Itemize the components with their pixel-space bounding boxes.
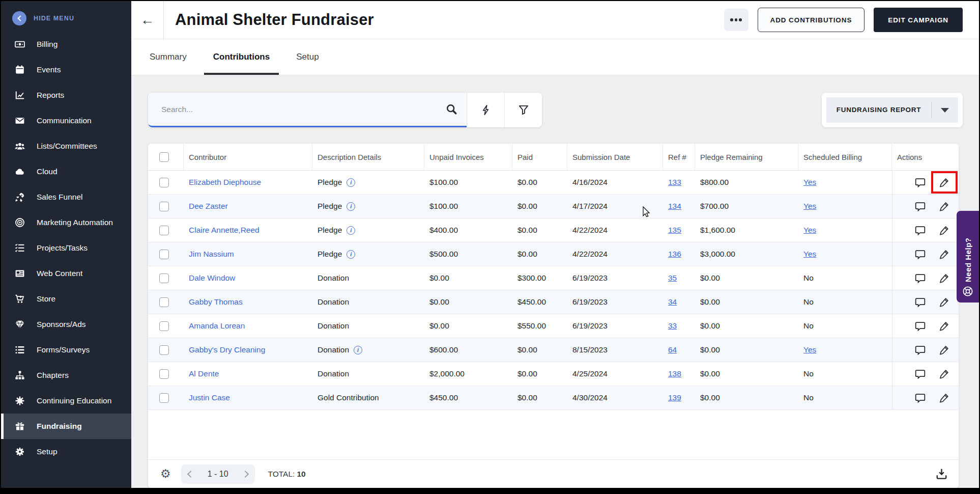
column-header[interactable]: Description Details — [312, 144, 424, 170]
row-checkbox[interactable] — [159, 202, 169, 211]
sidebar-item[interactable]: Communication — [1, 108, 131, 133]
next-page-chevron-icon[interactable] — [241, 470, 248, 477]
column-header[interactable]: Pledge Remaining — [695, 144, 798, 170]
download-icon[interactable] — [936, 468, 947, 480]
comment-icon[interactable] — [915, 345, 926, 355]
scheduled-billing-link[interactable]: No — [803, 297, 814, 307]
comment-icon[interactable] — [915, 297, 926, 308]
ref-link[interactable]: 133 — [668, 178, 681, 187]
sidebar-item[interactable]: Lists/Committees — [1, 133, 131, 159]
sidebar-item[interactable]: Events — [1, 57, 131, 83]
column-header[interactable]: Unpaid Invoices — [424, 144, 512, 170]
ref-link[interactable]: 136 — [668, 250, 681, 259]
column-header[interactable]: Ref # — [663, 144, 695, 170]
contributor-link[interactable]: Claire Annette,Reed — [189, 226, 260, 235]
scheduled-billing-link[interactable]: No — [803, 393, 814, 402]
edit-campaign-button[interactable]: EDIT CAMPAIGN — [874, 8, 963, 32]
tab[interactable]: Setup — [288, 39, 327, 75]
row-checkbox[interactable] — [159, 345, 169, 355]
info-icon[interactable]: i — [347, 250, 355, 259]
edit-pencil-button[interactable] — [939, 345, 949, 355]
row-checkbox[interactable] — [159, 321, 169, 331]
edit-pencil-button[interactable] — [939, 369, 949, 379]
contributor-link[interactable]: Gabby Thomas — [189, 297, 243, 307]
ref-link[interactable]: 134 — [668, 202, 681, 211]
row-checkbox[interactable] — [159, 393, 169, 403]
sidebar-item[interactable]: Sales Funnel — [1, 184, 131, 210]
quick-actions-button[interactable] — [467, 93, 504, 127]
search-icon[interactable] — [446, 103, 457, 115]
ref-link[interactable]: 64 — [668, 345, 677, 354]
need-help-tab[interactable]: Need Help? — [957, 211, 979, 303]
sidebar-item[interactable]: Fundraising — [1, 414, 131, 439]
contributor-link[interactable]: Al Dente — [189, 369, 219, 378]
info-icon[interactable]: i — [347, 226, 355, 235]
contributor-link[interactable]: Justin Case — [189, 393, 230, 402]
tab[interactable]: Contributions — [205, 39, 278, 75]
column-header[interactable]: Actions — [892, 144, 959, 170]
scheduled-billing-link[interactable]: No — [803, 273, 814, 283]
edit-pencil-button[interactable] — [939, 225, 949, 236]
edit-pencil-button[interactable] — [939, 297, 949, 308]
edit-pencil-button[interactable] — [939, 177, 949, 188]
edit-pencil-button[interactable] — [939, 249, 949, 260]
scheduled-billing-link[interactable]: Yes — [803, 345, 816, 354]
info-icon[interactable]: i — [347, 178, 355, 187]
sidebar-item[interactable]: Forms/Surveys — [1, 337, 131, 363]
contributor-link[interactable]: Amanda Lorean — [189, 321, 245, 331]
ref-link[interactable]: 138 — [668, 369, 681, 378]
fundraising-report-button[interactable]: FUNDRAISING REPORT — [826, 97, 958, 123]
contributor-link[interactable]: Jim Nassium — [189, 250, 234, 259]
filter-button[interactable] — [504, 93, 542, 127]
sidebar-item[interactable]: Continuing Education — [1, 388, 131, 414]
edit-pencil-button[interactable] — [939, 201, 949, 212]
comment-icon[interactable] — [915, 225, 926, 236]
sidebar-item[interactable]: Store — [1, 286, 131, 312]
contributor-link[interactable]: Dee Zaster — [189, 202, 228, 211]
scheduled-billing-link[interactable]: No — [803, 321, 814, 331]
row-checkbox[interactable] — [159, 178, 169, 187]
scheduled-billing-link[interactable]: Yes — [803, 250, 816, 259]
sidebar-item[interactable]: Reports — [1, 83, 131, 108]
select-all-checkbox[interactable] — [159, 152, 169, 162]
column-header[interactable]: Scheduled Billing — [798, 144, 892, 170]
column-header[interactable]: Contributor — [184, 144, 312, 170]
sidebar-item[interactable]: Projects/Tasks — [1, 235, 131, 261]
scheduled-billing-link[interactable]: Yes — [803, 202, 816, 211]
sidebar-item[interactable]: Web Content — [1, 261, 131, 286]
scheduled-billing-link[interactable]: Yes — [803, 226, 816, 235]
comment-icon[interactable] — [915, 321, 926, 332]
comment-icon[interactable] — [915, 177, 926, 188]
info-icon[interactable]: i — [347, 202, 355, 211]
search-input[interactable] — [161, 105, 446, 114]
ref-link[interactable]: 135 — [668, 226, 681, 235]
column-header[interactable]: Submission Date — [567, 144, 663, 170]
row-checkbox[interactable] — [159, 250, 169, 259]
sidebar-item[interactable]: Cloud — [1, 159, 131, 184]
edit-pencil-button[interactable] — [939, 321, 949, 332]
table-settings-gear-icon[interactable]: ⚙ — [160, 468, 171, 480]
contributor-link[interactable]: Elizabeth Diephouse — [189, 178, 261, 187]
ref-link[interactable]: 34 — [668, 297, 677, 307]
column-header[interactable]: Paid — [512, 144, 567, 170]
report-dropdown-caret[interactable] — [932, 108, 958, 113]
ref-link[interactable]: 35 — [668, 273, 677, 283]
sidebar-item[interactable]: Sponsors/Ads — [1, 312, 131, 337]
sidebar-item[interactable]: Setup — [1, 439, 131, 464]
comment-icon[interactable] — [915, 201, 926, 212]
add-contributions-button[interactable]: ADD CONTRIBUTIONS — [758, 8, 865, 32]
scheduled-billing-link[interactable]: No — [803, 369, 814, 378]
contributor-link[interactable]: Gabby's Dry Cleaning — [189, 345, 265, 354]
scheduled-billing-link[interactable]: Yes — [803, 178, 816, 187]
edit-pencil-button[interactable] — [939, 273, 949, 284]
contributor-link[interactable]: Dale Window — [189, 273, 235, 283]
edit-pencil-button[interactable] — [939, 393, 949, 403]
comment-icon[interactable] — [915, 369, 926, 379]
back-button[interactable]: ← — [131, 1, 164, 39]
tab[interactable]: Summary — [141, 39, 195, 75]
row-checkbox[interactable] — [159, 369, 169, 379]
info-icon[interactable]: i — [354, 346, 362, 354]
sidebar-item[interactable]: Billing — [1, 32, 131, 57]
comment-icon[interactable] — [915, 249, 926, 260]
more-options-button[interactable] — [724, 9, 748, 31]
